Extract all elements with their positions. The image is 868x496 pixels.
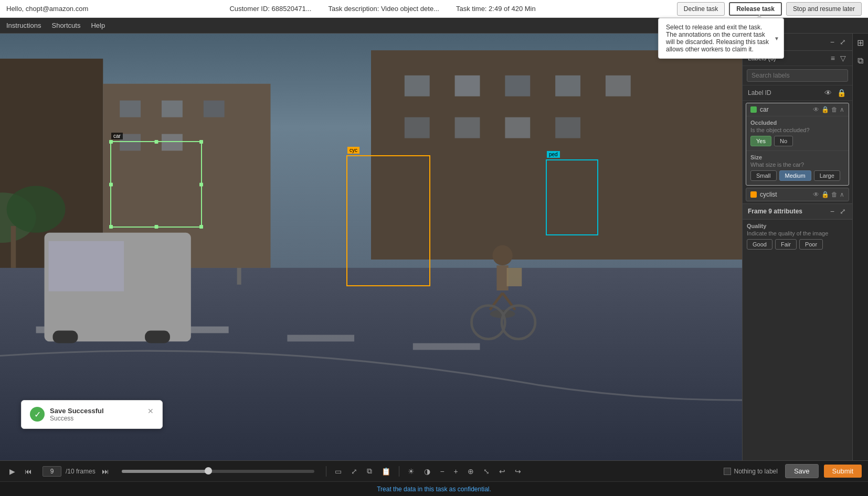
- label-id-row: Label ID 👁 🔒: [743, 85, 852, 101]
- main-area: car cyc ped: [0, 34, 868, 460]
- svg-rect-15: [455, 76, 480, 96]
- label-id-label: Label ID: [748, 89, 771, 96]
- occluded-yes-button[interactable]: Yes: [750, 136, 771, 146]
- decline-task-button[interactable]: Decline task: [677, 2, 725, 16]
- car-lock-icon[interactable]: 🔒: [821, 106, 829, 113]
- task-info: Customer ID: 688520471... Task descripti…: [229, 5, 535, 13]
- tooltip-line2: The annotations on the current task: [666, 31, 776, 38]
- far-icon-1[interactable]: ⊞: [857, 38, 864, 48]
- quality-title: Quality: [747, 223, 848, 229]
- car-label-name: car: [760, 106, 810, 113]
- quality-buttons: Good Fair Poor: [747, 239, 848, 250]
- zoom-in-button[interactable]: +: [451, 465, 461, 478]
- stop-resume-button[interactable]: Stop and resume later: [786, 2, 862, 16]
- rect-tool-button[interactable]: ▭: [332, 465, 345, 478]
- size-medium-button[interactable]: Medium: [779, 170, 811, 181]
- greeting: Hello, chopt@amazon.com: [6, 5, 88, 13]
- paste-tool-button[interactable]: 📋: [378, 465, 394, 478]
- cyclist-lock-icon[interactable]: 🔒: [821, 191, 829, 198]
- occluded-buttons: Yes No: [750, 136, 844, 146]
- sort-labels-button[interactable]: ≡: [830, 54, 836, 62]
- redo-button[interactable]: ↪: [512, 465, 524, 478]
- quality-fair-button[interactable]: Fair: [775, 239, 797, 250]
- toolbar-separator-1: [326, 466, 326, 477]
- nav-instructions[interactable]: Instructions: [6, 21, 41, 29]
- timeline-thumb[interactable]: [205, 467, 212, 475]
- zoom-out-button[interactable]: −: [437, 465, 447, 478]
- quality-section: Quality Indicate the quality of the imag…: [743, 219, 852, 254]
- svg-rect-59: [52, 331, 78, 343]
- size-title: Size: [750, 154, 844, 160]
- timeline-progress: [122, 470, 208, 473]
- cyclist-hide-icon[interactable]: 👁: [813, 191, 819, 198]
- fit-button[interactable]: ⤡: [480, 465, 493, 478]
- release-task-button[interactable]: Release task: [729, 2, 782, 16]
- skip-start-button[interactable]: ⏮: [22, 465, 35, 478]
- car-label-icons: 👁 🔒 🗑 ∧: [813, 106, 844, 113]
- task-description: Task description: Video object dete...: [328, 5, 439, 13]
- submit-button[interactable]: Submit: [824, 465, 862, 478]
- size-large-button[interactable]: Large: [814, 170, 840, 181]
- toast-message: Success: [50, 415, 142, 422]
- size-small-button[interactable]: Small: [750, 170, 777, 181]
- canvas-area[interactable]: car cyc ped: [0, 34, 742, 460]
- frame-attr-icons: − ⤢: [829, 207, 847, 215]
- save-button[interactable]: Save: [785, 464, 819, 478]
- filter-labels-button[interactable]: ▽: [839, 54, 847, 62]
- play-button[interactable]: ▶: [6, 465, 18, 478]
- hide-all-button[interactable]: 👁: [823, 89, 833, 97]
- search-labels-input[interactable]: [747, 69, 848, 82]
- nothing-to-label-checkbox: Nothing to label: [724, 468, 778, 475]
- top-bar: Hello, chopt@amazon.com Customer ID: 688…: [0, 0, 868, 18]
- transform-tool-button[interactable]: ⤢: [348, 465, 361, 478]
- svg-rect-17: [555, 76, 580, 96]
- svg-rect-19: [405, 117, 430, 138]
- car-delete-icon[interactable]: 🗑: [831, 106, 838, 113]
- svg-rect-26: [287, 335, 354, 342]
- frame-number-input[interactable]: 9: [43, 466, 61, 477]
- status-message: Treat the data in this task as confident…: [377, 486, 491, 493]
- nav-shortcuts[interactable]: Shortcuts: [51, 21, 80, 29]
- video-frame: car cyc ped: [0, 34, 742, 460]
- far-right-icons: ⊞ ⧉: [852, 34, 868, 460]
- car-collapse-icon[interactable]: ∧: [840, 106, 844, 113]
- brightness-button[interactable]: ☀: [405, 465, 418, 478]
- skip-end-button[interactable]: ⏭: [99, 465, 112, 478]
- minimize-panel-button[interactable]: −: [829, 38, 835, 46]
- expand-panel-button[interactable]: ⤢: [839, 38, 847, 46]
- frame-attr-expand[interactable]: ⤢: [839, 207, 847, 215]
- frame-total: /10 frames: [66, 468, 96, 475]
- task-time: Task time: 2:49 of 420 Min: [456, 5, 536, 13]
- svg-rect-43: [162, 101, 183, 117]
- contrast-button[interactable]: ◑: [421, 465, 433, 478]
- car-hide-icon[interactable]: 👁: [813, 106, 819, 113]
- lock-all-button[interactable]: 🔒: [836, 89, 847, 97]
- svg-rect-52: [507, 268, 522, 286]
- svg-rect-42: [120, 101, 141, 117]
- cyclist-label-name: cyclist: [760, 191, 810, 198]
- occluded-no-button[interactable]: No: [774, 136, 793, 146]
- toast-content: Save Successful Success: [50, 407, 142, 422]
- cyclist-delete-icon[interactable]: 🗑: [831, 191, 838, 198]
- tooltip-dropdown-icon[interactable]: ▼: [774, 36, 779, 41]
- toast-close-button[interactable]: ✕: [147, 407, 154, 415]
- cyclist-expand-icon[interactable]: ∧: [840, 191, 844, 198]
- frame-attr-minimize[interactable]: −: [829, 207, 835, 215]
- occluded-question: Is the object occluded?: [750, 127, 844, 133]
- bottom-toolbar: ▶ ⏮ 9 /10 frames ⏭ ▭ ⤢ ⧉ 📋 ☀ ◑ − + ⊕ ⤡ ↩…: [0, 460, 868, 481]
- undo-button[interactable]: ↩: [496, 465, 509, 478]
- save-toast: ✓ Save Successful Success ✕: [21, 400, 163, 429]
- quality-good-button[interactable]: Good: [747, 239, 772, 250]
- car-label-header: car 👁 🔒 🗑 ∧: [746, 103, 849, 116]
- size-question: What size is the car?: [750, 161, 844, 168]
- crosshair-button[interactable]: ⊕: [464, 465, 477, 478]
- timeline-scrubber[interactable]: [122, 470, 315, 473]
- svg-point-35: [7, 186, 66, 232]
- nav-help[interactable]: Help: [91, 21, 105, 29]
- toast-title: Save Successful: [50, 407, 142, 415]
- far-icon-2[interactable]: ⧉: [858, 56, 863, 66]
- quality-poor-button[interactable]: Poor: [799, 239, 823, 250]
- copy-tool-button[interactable]: ⧉: [364, 465, 375, 478]
- nothing-to-label-checkbox-box[interactable]: [724, 468, 731, 475]
- customer-id: Customer ID: 688520471...: [229, 5, 311, 13]
